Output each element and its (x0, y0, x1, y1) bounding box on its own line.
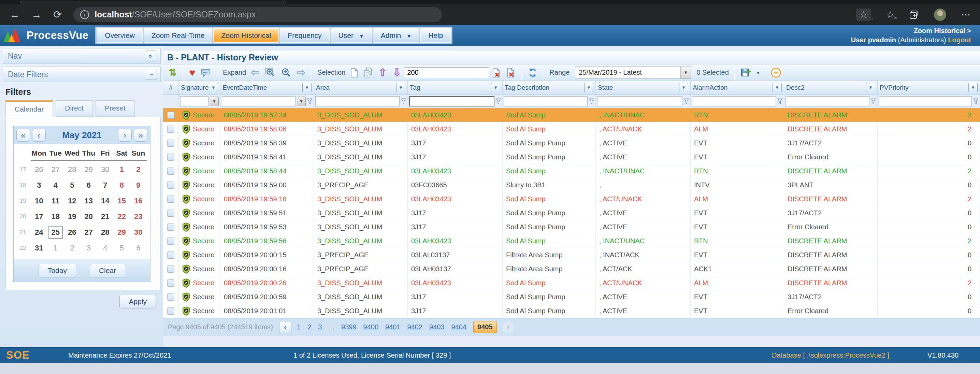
back-icon[interactable]: ← (10, 9, 20, 21)
menu-tab-overview[interactable]: Overview (97, 28, 143, 43)
refresh-icon[interactable] (528, 68, 538, 78)
calendar-day[interactable]: 3 (81, 243, 97, 253)
filter-input-alarmaction[interactable] (692, 96, 776, 107)
calendar-day[interactable]: 12 (64, 197, 81, 205)
calendar-day[interactable]: 27 (81, 228, 97, 237)
profile-avatar[interactable] (934, 8, 946, 21)
move-down-icon[interactable]: ⇩ (392, 66, 401, 79)
pager-page-link[interactable]: 9399 (341, 323, 356, 331)
calendar-day[interactable]: 19 (64, 212, 81, 221)
calendar-day[interactable]: 18 (48, 212, 64, 221)
filter-funnel-icon[interactable] (401, 98, 406, 104)
table-row[interactable]: Secure08/05/2019 20:00:163_PRECIP_AGE03L… (163, 262, 980, 276)
filter-dropdown-icon[interactable]: ▼ (210, 97, 219, 106)
pager-page-link[interactable]: 9400 (363, 323, 379, 331)
clear-selection-icon[interactable] (492, 68, 501, 78)
pager-page-link[interactable]: 3 (318, 323, 322, 331)
calendar-day[interactable]: 30 (97, 165, 114, 174)
new-document-icon[interactable] (350, 68, 358, 78)
column-header-tag-description[interactable]: Tag Description▼ (503, 81, 596, 94)
collapse-toolbar-icon[interactable] (770, 67, 781, 78)
row-checkbox[interactable] (167, 154, 174, 161)
calendar-day[interactable]: 28 (97, 228, 114, 237)
comment-icon[interactable] (200, 68, 211, 77)
calendar-day[interactable]: 22 (114, 212, 130, 221)
pager-current-page[interactable]: 9405 (473, 321, 497, 333)
calendar-day[interactable]: 16 (130, 197, 147, 205)
column-header-alarmaction[interactable]: AlarmAction▼ (690, 81, 784, 94)
calendar-day[interactable]: 13 (81, 197, 97, 205)
table-row[interactable]: Secure08/05/2019 19:59:513_DISS_SOD_ALUM… (163, 206, 980, 220)
logout-link[interactable]: Logout (948, 36, 971, 44)
column-header--[interactable]: # (163, 81, 179, 94)
prev-page-button[interactable]: ‹ (279, 321, 291, 333)
column-dropdown-icon[interactable]: ▼ (584, 83, 593, 92)
calendar-day[interactable]: 17 (31, 212, 48, 221)
sort-icon[interactable]: ⇅ (169, 67, 177, 78)
calendar-day[interactable]: 9 (130, 181, 147, 190)
menu-tab-help[interactable]: Help (420, 28, 451, 43)
column-dropdown-icon[interactable]: ▼ (969, 83, 978, 92)
filter-funnel-icon[interactable] (777, 98, 783, 104)
page-size-input[interactable] (404, 67, 489, 78)
column-header-tag[interactable]: Tag▼ (408, 81, 503, 94)
nav-expand-icon[interactable]: » (145, 51, 157, 61)
row-checkbox[interactable] (167, 280, 174, 286)
calendar-day[interactable]: 27 (48, 165, 64, 174)
page-back-icon[interactable]: ⇦ (251, 66, 260, 79)
calendar-day[interactable]: 30 (130, 228, 147, 237)
calendar-prev-year-button[interactable]: « (16, 129, 30, 142)
row-checkbox[interactable] (167, 210, 174, 217)
add-favorite-icon[interactable]: ☆+ (856, 8, 871, 21)
export-dropdown-icon[interactable]: ▼ (756, 70, 760, 75)
calendar-day[interactable]: 6 (130, 243, 147, 253)
filter-funnel-icon[interactable] (589, 98, 594, 104)
calendar-day[interactable]: 25 (48, 226, 64, 239)
column-dropdown-icon[interactable]: ▼ (209, 83, 218, 92)
calendar-day[interactable]: 29 (81, 165, 97, 174)
calendar-day[interactable]: 1 (48, 243, 64, 253)
calendar-day[interactable]: 8 (114, 181, 130, 190)
zoom-window-icon[interactable] (265, 68, 275, 78)
calendar-day[interactable]: 24 (31, 228, 48, 237)
row-checkbox[interactable] (167, 196, 174, 203)
calendar-next-year-button[interactable]: » (134, 129, 147, 142)
row-checkbox[interactable] (167, 111, 174, 119)
calendar-day[interactable]: 3 (31, 181, 48, 190)
favorite-heart-icon[interactable]: ♥ (189, 67, 195, 78)
table-row[interactable]: Secure08/05/2019 19:58:063_DISS_SOD_ALUM… (163, 122, 980, 136)
export-icon[interactable] (741, 68, 751, 78)
table-row[interactable]: Secure08/05/2019 20:00:153_PRECIP_AGE03L… (163, 248, 980, 262)
calendar-day[interactable]: 26 (31, 165, 48, 174)
filter-input-tag[interactable] (409, 96, 495, 107)
filter-input-pvpriority[interactable] (879, 96, 972, 107)
filter-funnel-icon[interactable] (496, 98, 501, 104)
pager-page-link[interactable]: 9403 (429, 323, 445, 331)
table-row[interactable]: Secure08/05/2019 19:59:533_DISS_SOD_ALUM… (163, 220, 980, 234)
column-dropdown-icon[interactable]: ▼ (491, 83, 500, 92)
filter-input-tag-description[interactable] (504, 96, 588, 107)
column-header-signature[interactable]: Signature▼ (179, 81, 220, 94)
calendar-day[interactable]: 15 (114, 197, 130, 205)
column-dropdown-icon[interactable]: ▼ (302, 83, 312, 92)
address-bar[interactable]: i localhost/SOE/User/SOE/SOEZoom.aspx (73, 7, 442, 22)
next-page-button[interactable]: › (502, 321, 514, 333)
table-row[interactable]: Secure08/05/2019 19:58:413_DISS_SOD_ALUM… (163, 150, 980, 164)
calendar-day[interactable]: 23 (130, 212, 147, 221)
filter-input-eventdatetime[interactable] (222, 96, 296, 107)
move-up-icon[interactable]: ⇧ (378, 66, 387, 79)
calendar-day[interactable]: 20 (81, 212, 97, 221)
pager-page-link[interactable]: 1 (297, 323, 301, 331)
row-checkbox[interactable] (167, 181, 174, 189)
calendar-day[interactable]: 21 (97, 212, 114, 221)
filter-tab-direct[interactable]: Direct (56, 100, 93, 117)
table-row[interactable]: Secure08/05/2019 19:58:393_DISS_SOD_ALUM… (163, 136, 980, 150)
range-dropdown-icon[interactable]: ▼ (680, 67, 690, 78)
column-dropdown-icon[interactable]: ▼ (679, 83, 688, 92)
calendar-day[interactable]: 29 (114, 228, 130, 237)
filter-tab-calendar[interactable]: Calendar (5, 100, 53, 117)
pager-page-link[interactable]: 9404 (452, 323, 467, 331)
row-checkbox[interactable] (167, 307, 174, 315)
clear-button[interactable]: Clear (90, 264, 125, 277)
calendar-day[interactable]: 1 (114, 165, 130, 174)
